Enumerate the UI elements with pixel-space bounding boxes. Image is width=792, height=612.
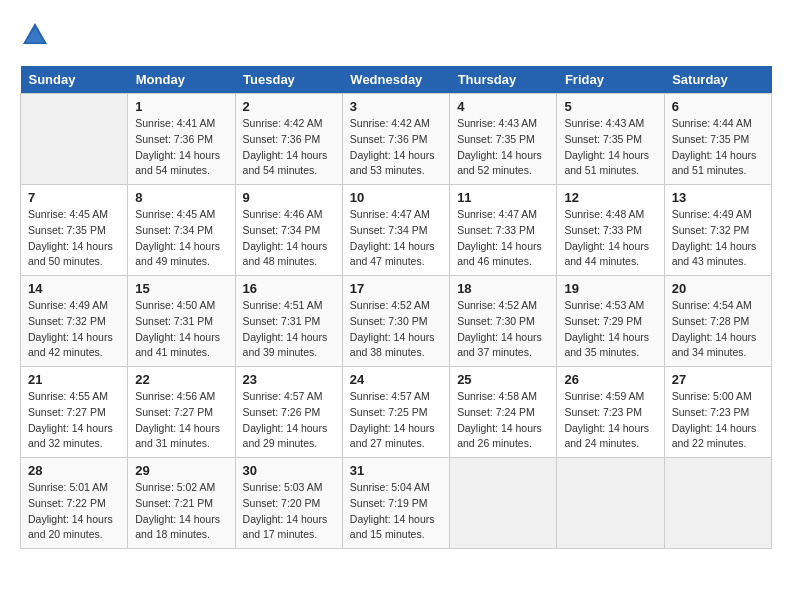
day-info: Sunrise: 4:55 AMSunset: 7:27 PMDaylight:… bbox=[28, 389, 120, 452]
header-day-saturday: Saturday bbox=[664, 66, 771, 94]
day-number: 15 bbox=[135, 281, 227, 296]
day-info: Sunrise: 4:41 AMSunset: 7:36 PMDaylight:… bbox=[135, 116, 227, 179]
day-info: Sunrise: 4:47 AMSunset: 7:33 PMDaylight:… bbox=[457, 207, 549, 270]
day-number: 23 bbox=[243, 372, 335, 387]
day-cell bbox=[557, 458, 664, 549]
day-info: Sunrise: 5:04 AMSunset: 7:19 PMDaylight:… bbox=[350, 480, 442, 543]
day-info: Sunrise: 4:57 AMSunset: 7:26 PMDaylight:… bbox=[243, 389, 335, 452]
day-cell: 17Sunrise: 4:52 AMSunset: 7:30 PMDayligh… bbox=[342, 276, 449, 367]
day-number: 26 bbox=[564, 372, 656, 387]
day-number: 17 bbox=[350, 281, 442, 296]
day-cell: 21Sunrise: 4:55 AMSunset: 7:27 PMDayligh… bbox=[21, 367, 128, 458]
day-number: 8 bbox=[135, 190, 227, 205]
day-info: Sunrise: 4:50 AMSunset: 7:31 PMDaylight:… bbox=[135, 298, 227, 361]
day-number: 5 bbox=[564, 99, 656, 114]
day-cell: 9Sunrise: 4:46 AMSunset: 7:34 PMDaylight… bbox=[235, 185, 342, 276]
day-cell: 18Sunrise: 4:52 AMSunset: 7:30 PMDayligh… bbox=[450, 276, 557, 367]
day-number: 11 bbox=[457, 190, 549, 205]
day-cell: 13Sunrise: 4:49 AMSunset: 7:32 PMDayligh… bbox=[664, 185, 771, 276]
day-cell bbox=[21, 94, 128, 185]
day-info: Sunrise: 4:49 AMSunset: 7:32 PMDaylight:… bbox=[672, 207, 764, 270]
day-number: 24 bbox=[350, 372, 442, 387]
day-cell: 24Sunrise: 4:57 AMSunset: 7:25 PMDayligh… bbox=[342, 367, 449, 458]
day-info: Sunrise: 4:49 AMSunset: 7:32 PMDaylight:… bbox=[28, 298, 120, 361]
day-cell: 6Sunrise: 4:44 AMSunset: 7:35 PMDaylight… bbox=[664, 94, 771, 185]
day-info: Sunrise: 4:44 AMSunset: 7:35 PMDaylight:… bbox=[672, 116, 764, 179]
day-number: 28 bbox=[28, 463, 120, 478]
day-info: Sunrise: 4:43 AMSunset: 7:35 PMDaylight:… bbox=[457, 116, 549, 179]
header-day-thursday: Thursday bbox=[450, 66, 557, 94]
day-info: Sunrise: 4:45 AMSunset: 7:35 PMDaylight:… bbox=[28, 207, 120, 270]
day-cell: 22Sunrise: 4:56 AMSunset: 7:27 PMDayligh… bbox=[128, 367, 235, 458]
day-info: Sunrise: 4:47 AMSunset: 7:34 PMDaylight:… bbox=[350, 207, 442, 270]
day-cell: 15Sunrise: 4:50 AMSunset: 7:31 PMDayligh… bbox=[128, 276, 235, 367]
day-info: Sunrise: 4:54 AMSunset: 7:28 PMDaylight:… bbox=[672, 298, 764, 361]
day-info: Sunrise: 4:48 AMSunset: 7:33 PMDaylight:… bbox=[564, 207, 656, 270]
header-day-wednesday: Wednesday bbox=[342, 66, 449, 94]
day-cell: 20Sunrise: 4:54 AMSunset: 7:28 PMDayligh… bbox=[664, 276, 771, 367]
logo bbox=[20, 20, 54, 50]
day-number: 9 bbox=[243, 190, 335, 205]
header-day-tuesday: Tuesday bbox=[235, 66, 342, 94]
day-cell: 23Sunrise: 4:57 AMSunset: 7:26 PMDayligh… bbox=[235, 367, 342, 458]
day-cell bbox=[664, 458, 771, 549]
day-info: Sunrise: 4:57 AMSunset: 7:25 PMDaylight:… bbox=[350, 389, 442, 452]
day-number: 14 bbox=[28, 281, 120, 296]
day-cell: 7Sunrise: 4:45 AMSunset: 7:35 PMDaylight… bbox=[21, 185, 128, 276]
day-cell: 12Sunrise: 4:48 AMSunset: 7:33 PMDayligh… bbox=[557, 185, 664, 276]
day-cell: 4Sunrise: 4:43 AMSunset: 7:35 PMDaylight… bbox=[450, 94, 557, 185]
day-info: Sunrise: 4:43 AMSunset: 7:35 PMDaylight:… bbox=[564, 116, 656, 179]
calendar-table: SundayMondayTuesdayWednesdayThursdayFrid… bbox=[20, 66, 772, 549]
week-row-5: 28Sunrise: 5:01 AMSunset: 7:22 PMDayligh… bbox=[21, 458, 772, 549]
day-info: Sunrise: 4:52 AMSunset: 7:30 PMDaylight:… bbox=[350, 298, 442, 361]
day-number: 22 bbox=[135, 372, 227, 387]
logo-icon bbox=[20, 20, 50, 50]
day-cell: 11Sunrise: 4:47 AMSunset: 7:33 PMDayligh… bbox=[450, 185, 557, 276]
day-number: 6 bbox=[672, 99, 764, 114]
day-cell: 10Sunrise: 4:47 AMSunset: 7:34 PMDayligh… bbox=[342, 185, 449, 276]
day-number: 20 bbox=[672, 281, 764, 296]
day-number: 30 bbox=[243, 463, 335, 478]
day-cell: 2Sunrise: 4:42 AMSunset: 7:36 PMDaylight… bbox=[235, 94, 342, 185]
day-cell: 1Sunrise: 4:41 AMSunset: 7:36 PMDaylight… bbox=[128, 94, 235, 185]
day-cell: 29Sunrise: 5:02 AMSunset: 7:21 PMDayligh… bbox=[128, 458, 235, 549]
day-info: Sunrise: 4:51 AMSunset: 7:31 PMDaylight:… bbox=[243, 298, 335, 361]
day-cell: 30Sunrise: 5:03 AMSunset: 7:20 PMDayligh… bbox=[235, 458, 342, 549]
day-number: 18 bbox=[457, 281, 549, 296]
day-info: Sunrise: 4:42 AMSunset: 7:36 PMDaylight:… bbox=[243, 116, 335, 179]
day-number: 19 bbox=[564, 281, 656, 296]
day-cell: 25Sunrise: 4:58 AMSunset: 7:24 PMDayligh… bbox=[450, 367, 557, 458]
day-cell: 14Sunrise: 4:49 AMSunset: 7:32 PMDayligh… bbox=[21, 276, 128, 367]
day-info: Sunrise: 5:03 AMSunset: 7:20 PMDaylight:… bbox=[243, 480, 335, 543]
day-cell: 27Sunrise: 5:00 AMSunset: 7:23 PMDayligh… bbox=[664, 367, 771, 458]
week-row-4: 21Sunrise: 4:55 AMSunset: 7:27 PMDayligh… bbox=[21, 367, 772, 458]
week-row-2: 7Sunrise: 4:45 AMSunset: 7:35 PMDaylight… bbox=[21, 185, 772, 276]
header-day-friday: Friday bbox=[557, 66, 664, 94]
page-header bbox=[20, 20, 772, 50]
day-cell: 28Sunrise: 5:01 AMSunset: 7:22 PMDayligh… bbox=[21, 458, 128, 549]
day-cell: 16Sunrise: 4:51 AMSunset: 7:31 PMDayligh… bbox=[235, 276, 342, 367]
day-cell: 5Sunrise: 4:43 AMSunset: 7:35 PMDaylight… bbox=[557, 94, 664, 185]
day-number: 25 bbox=[457, 372, 549, 387]
day-info: Sunrise: 4:59 AMSunset: 7:23 PMDaylight:… bbox=[564, 389, 656, 452]
day-number: 13 bbox=[672, 190, 764, 205]
day-number: 1 bbox=[135, 99, 227, 114]
day-number: 7 bbox=[28, 190, 120, 205]
day-cell: 8Sunrise: 4:45 AMSunset: 7:34 PMDaylight… bbox=[128, 185, 235, 276]
day-number: 21 bbox=[28, 372, 120, 387]
day-number: 3 bbox=[350, 99, 442, 114]
day-cell: 26Sunrise: 4:59 AMSunset: 7:23 PMDayligh… bbox=[557, 367, 664, 458]
day-info: Sunrise: 4:42 AMSunset: 7:36 PMDaylight:… bbox=[350, 116, 442, 179]
day-number: 4 bbox=[457, 99, 549, 114]
day-number: 12 bbox=[564, 190, 656, 205]
day-number: 31 bbox=[350, 463, 442, 478]
day-cell: 19Sunrise: 4:53 AMSunset: 7:29 PMDayligh… bbox=[557, 276, 664, 367]
day-info: Sunrise: 4:56 AMSunset: 7:27 PMDaylight:… bbox=[135, 389, 227, 452]
header-row: SundayMondayTuesdayWednesdayThursdayFrid… bbox=[21, 66, 772, 94]
day-number: 29 bbox=[135, 463, 227, 478]
week-row-3: 14Sunrise: 4:49 AMSunset: 7:32 PMDayligh… bbox=[21, 276, 772, 367]
day-info: Sunrise: 4:53 AMSunset: 7:29 PMDaylight:… bbox=[564, 298, 656, 361]
header-day-sunday: Sunday bbox=[21, 66, 128, 94]
day-info: Sunrise: 5:02 AMSunset: 7:21 PMDaylight:… bbox=[135, 480, 227, 543]
day-cell bbox=[450, 458, 557, 549]
